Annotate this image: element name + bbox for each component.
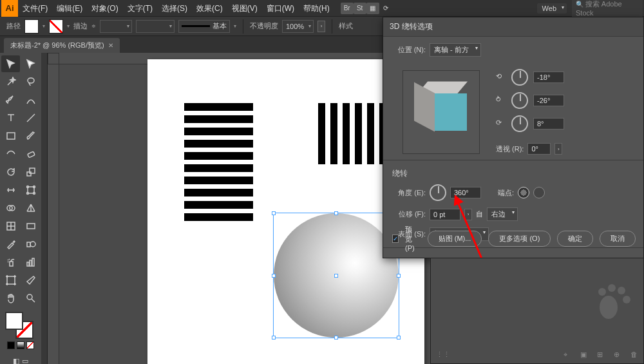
- handle-right-mid[interactable]: [397, 274, 401, 278]
- perspective-step-icon[interactable]: ›: [554, 143, 562, 155]
- fill-swatch[interactable]: [24, 19, 39, 34]
- handle-top-left[interactable]: [272, 211, 276, 215]
- menu-help[interactable]: 帮助(H): [299, 0, 334, 17]
- curvature-tool[interactable]: [21, 91, 40, 108]
- panel-menu-icon[interactable]: ⋮⋮: [436, 350, 446, 361]
- rotate-x-input[interactable]: [533, 72, 564, 83]
- brush-definition[interactable]: 基本: [178, 20, 230, 33]
- eraser-tool[interactable]: [21, 146, 40, 162]
- slice-tool[interactable]: [21, 272, 40, 289]
- bridge-icon[interactable]: Br: [341, 3, 354, 14]
- zoom-tool[interactable]: [21, 290, 40, 307]
- line-tool[interactable]: [21, 110, 40, 126]
- variable-width-profile[interactable]: [136, 20, 175, 33]
- gradient-tool[interactable]: [21, 218, 40, 235]
- scale-tool[interactable]: [21, 164, 40, 180]
- menu-select[interactable]: 选择(S): [157, 0, 192, 17]
- drawing-mode-icon[interactable]: ◧: [13, 354, 19, 364]
- rotate-z-dial[interactable]: [511, 115, 528, 132]
- paintbrush-tool[interactable]: [21, 128, 40, 144]
- angle-input[interactable]: [450, 187, 481, 198]
- menu-edit[interactable]: 编辑(E): [52, 0, 87, 17]
- stock-icon[interactable]: St: [354, 3, 366, 14]
- menu-view[interactable]: 视图(V): [227, 0, 262, 17]
- rotate-y-input[interactable]: [533, 95, 564, 106]
- perspective-input[interactable]: [527, 143, 551, 155]
- menu-type[interactable]: 文字(T): [123, 0, 157, 17]
- rotation-cube-track[interactable]: [402, 70, 480, 154]
- eyedropper-tool[interactable]: [1, 236, 20, 253]
- artboard-tool[interactable]: [1, 272, 20, 289]
- gpu-icon[interactable]: ⟳: [379, 3, 392, 14]
- perspective-grid-tool[interactable]: [21, 200, 40, 216]
- from-edge-dropdown[interactable]: 右边: [487, 207, 518, 221]
- ok-button[interactable]: 确定: [557, 231, 593, 247]
- make-clip-icon[interactable]: ▣: [580, 350, 591, 361]
- more-options-button[interactable]: 更多选项 (O): [488, 231, 551, 247]
- opacity-more-icon[interactable]: ›: [317, 21, 325, 32]
- new-sublayer-icon[interactable]: ⊞: [597, 350, 607, 361]
- stroke-weight-input[interactable]: [100, 20, 132, 33]
- handle-bottom-mid[interactable]: [334, 336, 338, 340]
- rotate-z-input[interactable]: [533, 118, 564, 129]
- direct-selection-tool[interactable]: [21, 55, 40, 72]
- screen-mode-icon[interactable]: ▭: [22, 354, 28, 364]
- mesh-tool[interactable]: [1, 218, 20, 235]
- new-layer-icon[interactable]: ⊕: [614, 350, 624, 361]
- vertical-ruler[interactable]: [48, 64, 59, 364]
- rotate-x-dial[interactable]: [511, 69, 528, 86]
- cap-off-button[interactable]: [533, 187, 545, 198]
- none-mode-icon[interactable]: [26, 341, 34, 349]
- symbol-sprayer-tool[interactable]: [1, 254, 20, 271]
- selected-sphere[interactable]: [274, 213, 399, 338]
- map-art-button[interactable]: 贴图 (M)...: [428, 231, 482, 247]
- arrange-docs-icon[interactable]: ▦: [366, 3, 379, 14]
- offset-input[interactable]: [430, 209, 460, 220]
- handle-bottom-left[interactable]: [272, 336, 276, 340]
- handle-left-mid[interactable]: [272, 274, 276, 278]
- color-mode-icon[interactable]: [7, 341, 15, 349]
- menu-object[interactable]: 对象(O): [87, 0, 122, 17]
- locate-object-icon[interactable]: ⌖: [564, 350, 574, 361]
- fill-stroke-swatches[interactable]: [1, 311, 40, 340]
- ruler-origin[interactable]: [48, 53, 59, 64]
- workspace-switcher[interactable]: Web: [537, 3, 567, 14]
- search-stock-input[interactable]: 搜索 Adobe Stock: [572, 0, 643, 18]
- rotate-y-dial[interactable]: [511, 92, 528, 109]
- handle-top-mid[interactable]: [334, 211, 338, 215]
- cap-on-button[interactable]: [518, 187, 529, 198]
- shape-builder-tool[interactable]: [1, 200, 20, 216]
- menu-effect[interactable]: 效果(C): [192, 0, 227, 17]
- menu-window[interactable]: 窗口(W): [262, 0, 299, 17]
- panel-collapse-strip[interactable]: [41, 53, 48, 364]
- document-tab[interactable]: 未标题-2* @ 96% (RGB/预览) ✕: [4, 38, 120, 53]
- offset-step-icon[interactable]: ›: [464, 209, 472, 220]
- shaper-tool[interactable]: [1, 146, 20, 162]
- menu-file[interactable]: 文件(F): [18, 0, 52, 17]
- angle-dial[interactable]: [430, 184, 446, 201]
- center-point[interactable]: [334, 274, 338, 278]
- gradient-mode-icon[interactable]: [17, 341, 24, 349]
- rotate-tool[interactable]: [1, 164, 20, 180]
- stroke-swatch[interactable]: [49, 19, 63, 34]
- rectangle-tool[interactable]: [1, 128, 20, 144]
- delete-layer-icon[interactable]: 🗑: [630, 350, 641, 361]
- close-tab-icon[interactable]: ✕: [108, 42, 113, 49]
- lasso-tool[interactable]: [21, 73, 40, 90]
- position-dropdown[interactable]: 离轴 - 前方: [430, 43, 481, 57]
- hand-tool[interactable]: [1, 290, 20, 307]
- pen-tool[interactable]: [1, 91, 20, 108]
- type-tool[interactable]: [1, 110, 20, 126]
- foreground-swatch[interactable]: [5, 312, 23, 330]
- magic-wand-tool[interactable]: [1, 73, 20, 90]
- cancel-button[interactable]: 取消: [600, 231, 636, 247]
- preview-checkbox[interactable]: [392, 235, 399, 243]
- layers-panel[interactable]: ⋮⋮ ⌖ ▣ ⊞ ⊕ 🗑: [430, 258, 644, 364]
- blend-tool[interactable]: [21, 236, 40, 253]
- column-graph-tool[interactable]: [21, 254, 40, 271]
- handle-bottom-right[interactable]: [397, 336, 401, 340]
- opacity-input[interactable]: 100%: [282, 20, 314, 33]
- width-tool[interactable]: [1, 182, 20, 198]
- free-transform-tool[interactable]: [21, 182, 40, 198]
- selection-tool[interactable]: [1, 55, 20, 72]
